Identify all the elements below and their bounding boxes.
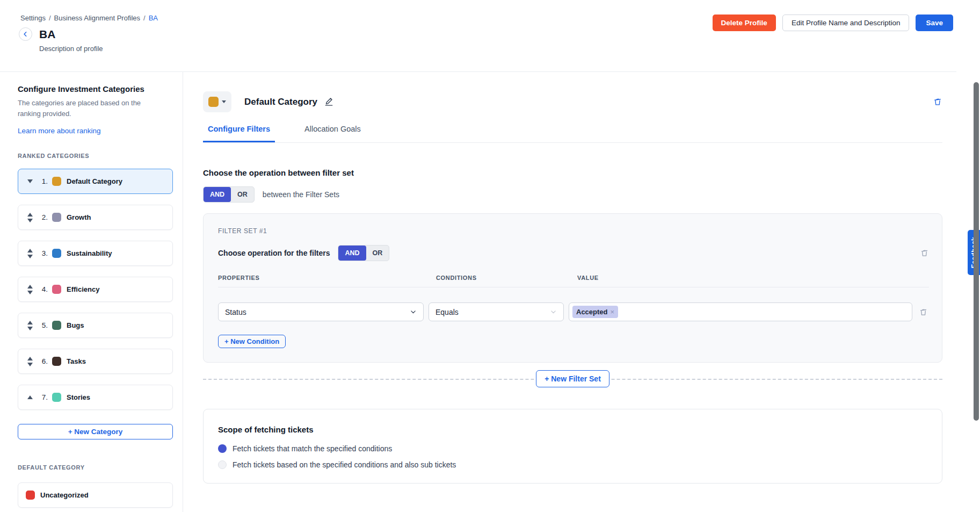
sidebar-item-efficiency[interactable]: 4. Efficiency <box>18 277 173 302</box>
delete-condition-icon[interactable] <box>919 307 928 317</box>
sidebar-item-stories[interactable]: 7. Stories <box>18 385 173 410</box>
edit-icon[interactable] <box>324 97 334 107</box>
sidebar-item-uncategorized[interactable]: Uncategorized <box>18 482 173 508</box>
move-up-icon[interactable] <box>27 213 33 217</box>
move-down-icon[interactable] <box>27 219 33 222</box>
move-up-icon[interactable] <box>27 357 33 360</box>
save-button[interactable]: Save <box>916 15 953 31</box>
category-color-swatch <box>52 177 61 186</box>
scope-option-label: Fetch tickets that match the specified c… <box>233 444 392 453</box>
sidebar-subtitle: The categories are placed based on the r… <box>18 98 153 119</box>
reorder-icons <box>26 179 34 183</box>
filter-set-title: FILTER SET #1 <box>218 227 929 235</box>
header-actions: Delete Profile Edit Profile Name and Des… <box>713 15 953 31</box>
category-color-swatch <box>52 321 61 330</box>
condition-select[interactable]: Equals <box>429 302 564 321</box>
move-up-icon[interactable] <box>27 321 33 324</box>
filter-operation-label: Choose operation for the filters <box>218 249 330 257</box>
sidebar-item-sustainability[interactable]: 3. Sustainability <box>18 241 173 266</box>
sidebar: Configure Investment Categories The cate… <box>18 72 173 512</box>
column-header-divider <box>218 287 929 287</box>
chevron-down-icon <box>222 100 226 103</box>
and-toggle[interactable]: AND <box>338 246 366 261</box>
or-toggle[interactable]: OR <box>231 187 254 202</box>
learn-more-link[interactable]: Learn more about ranking <box>18 127 101 135</box>
reorder-icons <box>26 249 34 258</box>
arrow-left-icon <box>22 31 29 38</box>
conditions-column-header: CONDITIONS <box>429 275 564 281</box>
condition-select-value: Equals <box>435 308 459 316</box>
value-input[interactable]: Accepted <box>569 302 912 321</box>
move-down-icon[interactable] <box>27 363 33 366</box>
ranked-category-list: 1. Default Category 2. Growth <box>18 169 173 410</box>
filter-set-operator-row: AND OR between the Filter Sets <box>203 186 942 203</box>
radio-selected-icon[interactable] <box>218 444 227 453</box>
category-rank: 6. <box>39 357 48 365</box>
sidebar-item-bugs[interactable]: 5. Bugs <box>18 313 173 338</box>
filter-operator-toggle: AND OR <box>338 245 389 261</box>
sidebar-item-default-category[interactable]: 1. Default Category <box>18 169 173 194</box>
category-rank: 4. <box>39 285 48 293</box>
new-condition-button[interactable]: + New Condition <box>218 335 286 348</box>
property-select-value: Status <box>225 308 246 316</box>
delete-filter-set-icon[interactable] <box>920 248 929 258</box>
filter-operation-row: Choose operation for the filters AND OR <box>218 245 929 261</box>
category-title: Default Category <box>244 97 317 107</box>
app-root: Settings Business Alignment Profiles BA … <box>0 0 980 512</box>
category-rank: 3. <box>39 249 48 257</box>
property-select[interactable]: Status <box>218 302 424 321</box>
category-header: Default Category <box>203 91 942 112</box>
scope-option-match-conditions[interactable]: Fetch tickets that match the specified c… <box>218 444 927 453</box>
category-rank: 5. <box>39 321 48 329</box>
category-color-swatch <box>52 357 61 366</box>
move-down-icon[interactable] <box>27 327 33 330</box>
scope-option-include-sub-tickets[interactable]: Fetch tickets based on the specified con… <box>218 460 927 469</box>
main-panel: Default Category Configure Filters Al <box>183 72 980 512</box>
scrollbar-thumb[interactable] <box>974 82 979 421</box>
reorder-icons <box>26 213 34 222</box>
delete-category-icon[interactable] <box>933 97 942 107</box>
breadcrumb-business-alignment-profiles[interactable]: Business Alignment Profiles <box>54 14 140 22</box>
category-name: Tasks <box>67 357 86 365</box>
category-name: Bugs <box>67 321 84 329</box>
reorder-icons <box>26 357 34 366</box>
category-name: Sustainability <box>67 249 112 257</box>
category-name: Efficiency <box>67 285 99 293</box>
tab-allocation-goals[interactable]: Allocation Goals <box>300 125 366 142</box>
category-color-swatch <box>52 393 61 402</box>
category-rank: 7. <box>39 393 48 401</box>
default-category-label: DEFAULT CATEGORY <box>18 464 173 471</box>
value-chip: Accepted <box>572 306 618 318</box>
or-toggle[interactable]: OR <box>366 246 389 261</box>
edit-profile-button[interactable]: Edit Profile Name and Description <box>782 15 910 31</box>
category-name: Growth <box>67 213 91 221</box>
delete-profile-button[interactable]: Delete Profile <box>713 15 776 31</box>
condition-column-headers: PROPERTIES CONDITIONS VALUE <box>218 275 929 281</box>
and-toggle[interactable]: AND <box>204 187 231 202</box>
category-color-swatch <box>52 249 61 258</box>
back-button[interactable] <box>19 27 32 41</box>
condition-row: Status Equals Accepted <box>218 302 929 321</box>
move-down-icon[interactable] <box>27 179 33 183</box>
reorder-icons <box>26 285 34 294</box>
remove-value-icon[interactable] <box>611 308 615 316</box>
move-up-icon[interactable] <box>27 285 33 289</box>
sidebar-item-growth[interactable]: 2. Growth <box>18 205 173 230</box>
sidebar-item-tasks[interactable]: 6. Tasks <box>18 349 173 374</box>
sidebar-title: Configure Investment Categories <box>18 84 173 93</box>
category-name: Uncategorized <box>40 491 89 499</box>
category-name: Default Category <box>67 177 122 185</box>
move-up-icon[interactable] <box>27 249 33 253</box>
move-down-icon[interactable] <box>27 255 33 258</box>
new-filter-set-button[interactable]: + New Filter Set <box>536 370 609 387</box>
radio-unselected-icon[interactable] <box>218 460 227 469</box>
move-down-icon[interactable] <box>27 291 33 294</box>
breadcrumb-settings[interactable]: Settings <box>20 14 46 22</box>
filter-set-operator-toggle: AND OR <box>203 186 255 203</box>
tab-configure-filters[interactable]: Configure Filters <box>203 125 275 142</box>
scope-option-label: Fetch tickets based on the specified con… <box>233 460 456 469</box>
move-up-icon[interactable] <box>27 395 33 399</box>
new-category-button[interactable]: + New Category <box>18 424 173 439</box>
category-color-dropdown[interactable] <box>203 91 231 112</box>
category-color-swatch <box>208 97 219 107</box>
